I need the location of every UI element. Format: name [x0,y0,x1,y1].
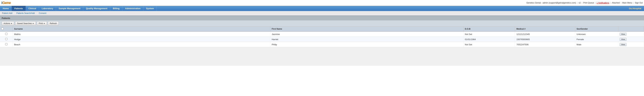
nav-laboratory[interactable]: Laboratory [39,6,56,11]
table-header-row: Surname First Name D.O.B Medical # Sex/G… [0,27,644,31]
print-button[interactable]: Print ▼ [37,21,47,25]
actions-button[interactable]: Actions ▼ [2,21,14,25]
cell-medical: 7052247506 [515,42,575,47]
top-bar: iGene Genetics Genial - admin (support@g… [0,0,644,6]
nav-bar: Home Patients Clinical Laboratory Sample… [0,6,644,11]
sign-out-link[interactable]: Sign Out [635,2,643,4]
cell-sex: Female [575,37,618,42]
saved-searches-arrow: ▼ [32,23,34,24]
print-label: Print [39,22,43,25]
cell-action: View [618,42,644,47]
cell-dob: Not Set [464,42,515,47]
view-button[interactable]: View [620,38,627,41]
table-row: Mathis Jasmine Not Set 12121212345 Unkno… [0,31,644,37]
nav-clinical[interactable]: Clinical [26,6,39,11]
app-logo: iGene [1,1,11,5]
sep2: | [582,2,582,4]
col-firstname-header: First Name [270,27,464,31]
row-checkbox-cell [0,31,12,37]
attached-link[interactable]: Attached [612,2,620,4]
nav-sample-management[interactable]: Sample Management [56,6,83,11]
saved-searches-label: Saved Searches [17,22,32,25]
patients-table: Surname First Name D.O.B Medical # Sex/G… [0,27,644,47]
refresh-button[interactable]: Refresh [48,21,59,25]
cell-action: View [618,31,644,37]
main-menu-link[interactable]: Main Menu [622,2,632,4]
ou-value[interactable]: Hospital [633,7,641,10]
cell-sex: Male [575,42,618,47]
patients-section-header: Patients [0,16,644,20]
sep1: | [577,2,578,4]
ou-prefix: Ou: [629,7,632,10]
nav-ou: Ou:Hospital [626,6,644,11]
table-row: Hodge Harriet 01/01/1964 15076500665 Fem… [0,37,644,42]
cell-surname: Mathis [12,31,270,37]
nav-patients[interactable]: Patients [12,6,26,11]
print-queue-link[interactable]: Print Queue [583,2,594,4]
row-checkbox-cell [0,37,12,42]
cell-sex: Unknown [575,31,618,37]
nav-administration[interactable]: Administration [122,6,144,11]
logo-area: iGene [1,1,11,5]
cell-firstname: Philip [270,42,464,47]
table-row: Beach Philip Not Set 7052247506 Male Vie… [0,42,644,47]
print-arrow: ▼ [44,23,45,24]
cell-dob: 01/01/1964 [464,37,515,42]
refresh-label: Refresh [50,22,57,25]
sep4: | [610,2,611,4]
cell-firstname: Jasmine [270,31,464,37]
cell-firstname: Harriet [270,37,464,42]
actions-label: Actions [4,22,10,25]
subnav-patient-add[interactable]: Patient Add [1,12,13,15]
nav-billing[interactable]: Billing [110,6,122,11]
patients-title: Patients [2,17,10,19]
col-medical-header: Medical # [515,27,575,31]
row-checkbox[interactable] [5,33,8,35]
select-all-checkbox[interactable] [1,28,4,30]
saved-searches-button[interactable]: Saved Searches ▼ [15,21,36,25]
row-checkbox[interactable] [5,38,8,40]
col-checkbox [0,27,12,31]
cell-surname: Beach [12,42,270,47]
notifications-link[interactable]: 1 Notifications [596,2,609,4]
cell-action: View [618,37,644,42]
col-surname-header: Surname [12,27,270,31]
subnav-consent[interactable]: Consent [38,12,47,15]
cell-medical: 12121212345 [515,31,575,37]
subnav-patients-search-add[interactable]: Patients Search/Add [16,12,35,15]
cell-surname: Hodge [12,37,270,42]
cell-medical: 15076500665 [515,37,575,42]
col-sex-header: Sex/Gender [575,27,618,31]
row-checkbox-cell [0,42,12,47]
nav-system[interactable]: System [144,6,157,11]
sep3: | [595,2,596,4]
sub-nav: Patient Add Patients Search/Add Consent [0,11,644,16]
view-button[interactable]: View [620,43,627,46]
patients-toolbar: Actions ▼ Saved Searches ▼ Print ▼ Refre… [0,20,644,27]
app-info: Genetics Genial - admin (support@geinalg… [526,2,576,4]
col-action-header [618,27,644,31]
nav-home[interactable]: Home [0,6,12,11]
sep5: | [621,2,621,4]
col-dob-header: D.O.B [464,27,515,31]
top-bar-right: Genetics Genial - admin (support@geinalg… [526,2,643,4]
view-button[interactable]: View [620,33,627,36]
cell-dob: Not Set [464,31,515,37]
content-area: Patients Actions ▼ Saved Searches ▼ Prin… [0,16,644,66]
version-link[interactable]: v2 [578,2,581,4]
nav-quality-management[interactable]: Quality Management [83,6,110,11]
patients-tbody: Mathis Jasmine Not Set 12121212345 Unkno… [0,31,644,47]
sep6: | [633,2,634,4]
actions-arrow: ▼ [10,23,12,24]
row-checkbox[interactable] [5,43,8,45]
